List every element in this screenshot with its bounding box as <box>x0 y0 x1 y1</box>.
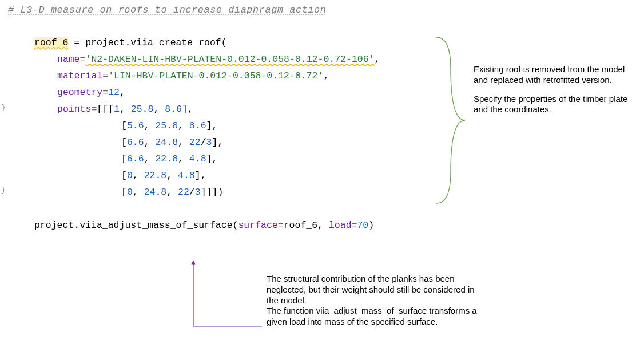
code-line: [0, 24.8, 22/3]]]) <box>34 184 380 200</box>
annotation-brace-icon <box>434 34 468 208</box>
heading-comment: # L3-D measure on roofs to increase diap… <box>8 5 327 15</box>
variable-roof6: roof_6 <box>34 37 68 48</box>
code-line: [5.6, 25.8, 8.6], <box>34 117 380 134</box>
code-line: name='N2-DAKEN-LIN-HBV-PLATEN-0.012-0.05… <box>34 51 380 68</box>
blank-line <box>34 200 380 217</box>
code-line: roof_6 = project.viia_create_roof( <box>34 34 380 51</box>
code-line-mass-adjust: project.viia_adjust_mass_of_surface(surf… <box>34 217 380 234</box>
annotation-bottom: The structural contribution of the plank… <box>267 274 484 328</box>
annotation-arrow-icon <box>189 259 269 333</box>
code-line: [6.6, 24.8, 22/3], <box>34 134 380 151</box>
annotation-right-p2: Specify the properties of the timber pla… <box>474 94 634 116</box>
gutter-fold-icon: } <box>1 103 6 112</box>
annotation-right: Existing roof is removed from the model … <box>474 64 634 123</box>
method-viia_create_roof: viia_create_roof <box>130 37 221 48</box>
gutter-fold-icon: } <box>1 186 6 194</box>
code-line: [0, 22.8, 4.8], <box>34 167 380 184</box>
code-line: [6.6, 22.8, 4.8], <box>34 151 380 167</box>
annotation-right-p1: Existing roof is removed from the model … <box>474 64 634 86</box>
code-block: roof_6 = project.viia_create_roof( name=… <box>34 34 380 234</box>
code-line: points=[[[1, 25.8, 8.6], <box>34 101 380 117</box>
code-line: material='LIN-HBV-PLATEN-0.012-0.058-0.1… <box>34 68 380 84</box>
annotation-bottom-p1: The structural contribution of the plank… <box>267 274 484 306</box>
annotation-bottom-p2: The function viia_adjust_mass_of_surface… <box>267 306 484 328</box>
code-line: geometry=12, <box>34 84 380 101</box>
